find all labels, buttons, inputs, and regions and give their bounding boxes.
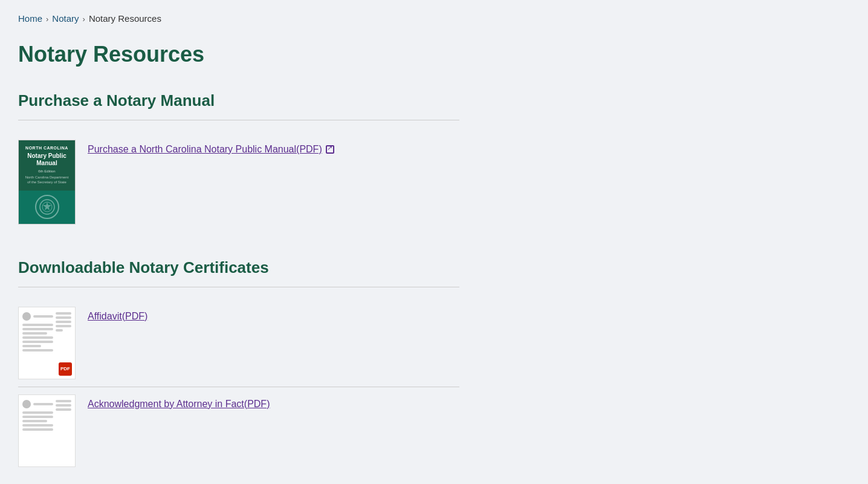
acknowledgment-link[interactable]: Acknowledgment by Attorney in Fact(PDF) bbox=[88, 394, 270, 411]
doc-line bbox=[56, 316, 71, 319]
person-row-2 bbox=[22, 400, 53, 408]
doc-left-col-2 bbox=[22, 400, 53, 431]
person-row bbox=[22, 312, 53, 321]
manual-resource-item: NORTH CAROLINA Notary PublicManual 6th E… bbox=[18, 132, 459, 232]
affidavit-thumbnail: PDF bbox=[18, 307, 76, 379]
doc-line bbox=[22, 332, 47, 335]
doc-line bbox=[22, 341, 53, 343]
purchase-section: Purchase a Notary Manual NORTH CAROLINA … bbox=[18, 89, 850, 232]
manual-link-text: Purchase a North Carolina Notary Public … bbox=[88, 142, 322, 157]
doc-line bbox=[56, 400, 71, 402]
doc-line bbox=[56, 321, 71, 323]
doc-line bbox=[56, 312, 71, 315]
doc-right-col bbox=[56, 312, 71, 352]
affidavit-link-text: Affidavit(PDF) bbox=[88, 309, 147, 324]
breadcrumb-home[interactable]: Home bbox=[18, 12, 42, 26]
doc-line bbox=[22, 324, 53, 326]
doc-line bbox=[22, 416, 53, 418]
person-avatar bbox=[22, 312, 31, 321]
page-title: Notary Resources bbox=[18, 38, 850, 71]
acknowledgment-thumbnail bbox=[18, 394, 76, 467]
doc-line bbox=[22, 424, 53, 427]
acknowledgment-link-text: Acknowledgment by Attorney in Fact(PDF) bbox=[88, 397, 270, 411]
page-container: Home › Notary › Notary Resources Notary … bbox=[0, 0, 868, 484]
breadcrumb-sep-1: › bbox=[46, 13, 48, 25]
book-seal bbox=[35, 195, 59, 219]
doc-line bbox=[56, 329, 63, 332]
doc-line bbox=[33, 315, 53, 318]
purchase-divider bbox=[18, 120, 459, 120]
doc-line bbox=[22, 349, 53, 352]
external-link-icon bbox=[326, 145, 334, 154]
certificates-section-title: Downloadable Notary Certificates bbox=[18, 256, 850, 280]
certificates-divider bbox=[18, 287, 459, 287]
book-subtitle: North Carolina Departmentof the Secretar… bbox=[25, 175, 69, 185]
doc-line bbox=[22, 345, 41, 347]
book-edition: 6th Edition bbox=[38, 169, 55, 174]
doc-line bbox=[22, 420, 47, 422]
affidavit-link[interactable]: Affidavit(PDF) bbox=[88, 307, 147, 324]
purchase-section-title: Purchase a Notary Manual bbox=[18, 89, 850, 113]
affidavit-resource-item: PDF Affidavit(PDF) bbox=[18, 299, 459, 387]
doc-layout bbox=[22, 312, 71, 352]
doc-right-col-2 bbox=[56, 400, 71, 431]
doc-left-col bbox=[22, 312, 53, 352]
doc-line bbox=[22, 336, 53, 339]
book-title: Notary PublicManual bbox=[27, 152, 66, 167]
acknowledgment-resource-item: Acknowledgment by Attorney in Fact(PDF) bbox=[18, 387, 459, 474]
doc-line bbox=[56, 325, 71, 327]
breadcrumb-sep-2: › bbox=[83, 13, 85, 25]
book-state-name: NORTH CAROLINA bbox=[25, 145, 68, 151]
doc-line bbox=[33, 403, 53, 405]
doc-line bbox=[22, 328, 53, 330]
breadcrumb: Home › Notary › Notary Resources bbox=[18, 12, 850, 26]
book-cover-bottom bbox=[19, 191, 75, 224]
breadcrumb-current: Notary Resources bbox=[89, 12, 161, 26]
doc-line bbox=[22, 411, 53, 414]
doc-line bbox=[22, 428, 53, 431]
person-avatar-2 bbox=[22, 400, 31, 408]
doc-line bbox=[56, 408, 71, 411]
book-cover-top: NORTH CAROLINA Notary PublicManual 6th E… bbox=[19, 140, 75, 191]
certificates-section: Downloadable Notary Certificates bbox=[18, 256, 850, 474]
pdf-badge: PDF bbox=[59, 362, 72, 376]
book-thumbnail: NORTH CAROLINA Notary PublicManual 6th E… bbox=[18, 140, 76, 224]
manual-link[interactable]: Purchase a North Carolina Notary Public … bbox=[88, 140, 334, 157]
breadcrumb-notary[interactable]: Notary bbox=[52, 12, 79, 26]
doc-line bbox=[56, 404, 71, 407]
doc-layout-2 bbox=[22, 400, 71, 431]
